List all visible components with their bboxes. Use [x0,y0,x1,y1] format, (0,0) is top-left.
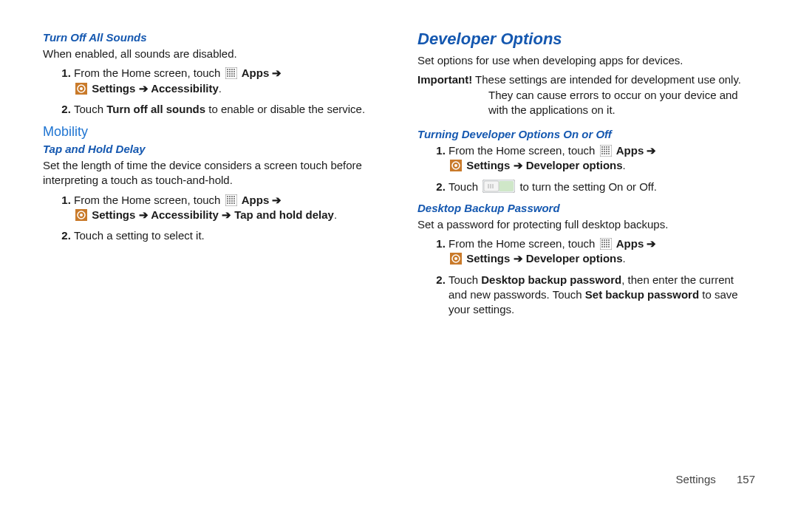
steps-onoff: From the Home screen, touch Apps ➔ Setti… [417,143,755,194]
svg-rect-75 [601,244,603,245]
heading-developer-options: Developer Options [417,30,755,49]
steps-turn-off: From the Home screen, touch Apps ➔ Setti… [43,66,381,117]
manual-page: Turn Off All Sounds When enabled, all so… [0,0,798,473]
settings-label: Settings [92,208,135,221]
svg-rect-16 [233,75,235,77]
svg-rect-82 [608,246,610,248]
svg-rect-31 [231,200,233,202]
step-text: From the Home screen, touch [74,66,224,79]
svg-rect-43 [606,146,607,148]
svg-rect-78 [608,244,610,245]
svg-rect-36 [233,202,235,204]
apps-label: Apps [242,66,270,79]
svg-rect-42 [604,146,605,148]
svg-rect-1 [227,69,228,70]
svg-rect-50 [604,151,605,152]
svg-rect-81 [606,246,607,248]
arrow-text: ➔ [135,82,151,95]
step-item: Touch a setting to select it. [74,228,381,243]
svg-rect-41 [601,146,603,148]
footer-section-label: Settings [676,473,716,485]
step-item: Touch to turn the setting On or Off. [449,180,755,194]
arrow-text: ➔ [644,144,656,157]
svg-rect-69 [606,239,607,241]
step-item: From the Home screen, touch Apps ➔ Setti… [74,193,381,223]
step-item: Touch Turn off all sounds to enable or d… [74,102,381,117]
heading-desktop-backup: Desktop Backup Password [417,202,755,214]
svg-rect-35 [231,202,233,204]
taphold-label: Tap and hold delay [234,208,334,221]
settings-label: Settings [466,159,510,171]
step-text: From the Home screen, touch [74,194,224,206]
svg-point-39 [80,214,83,216]
svg-rect-22 [229,196,231,197]
svg-rect-3 [231,69,233,70]
period: . [623,159,626,171]
bold-option: Turn off all sounds [106,103,205,115]
step-text: From the Home screen, touch [449,237,598,250]
svg-rect-10 [229,73,231,75]
svg-rect-45 [601,149,603,150]
apps-grid-icon [225,67,237,79]
svg-rect-53 [601,153,603,154]
svg-rect-72 [604,242,605,243]
svg-rect-11 [231,73,233,75]
page-footer: Settings 157 [0,473,798,500]
step-text: Touch [74,103,106,115]
svg-rect-12 [233,73,235,75]
svg-rect-54 [604,153,605,154]
svg-rect-21 [227,196,228,197]
svg-rect-47 [606,149,607,150]
step-text: Touch [449,180,481,193]
svg-rect-26 [229,198,231,200]
important-text: These settings are intended for developm… [472,73,741,116]
settings-label: Settings [92,82,135,95]
svg-rect-33 [227,202,228,204]
step-item: From the Home screen, touch Apps ➔ Setti… [449,236,755,267]
heading-tap-hold-delay: Tap and Hold Delay [43,143,381,155]
apps-label: Apps [616,237,644,250]
svg-rect-24 [233,196,235,197]
svg-rect-25 [227,198,228,200]
svg-rect-55 [606,153,607,154]
svg-rect-5 [227,71,228,72]
settings-gear-icon [75,83,87,95]
svg-rect-62 [484,181,499,191]
apps-grid-icon [600,145,612,157]
svg-rect-77 [606,244,607,245]
svg-rect-67 [601,239,603,241]
svg-rect-61 [499,181,514,191]
svg-rect-44 [608,146,610,148]
svg-rect-6 [229,71,231,72]
svg-rect-15 [231,75,233,77]
right-column: Developer Options Set options for use wh… [417,30,755,458]
svg-rect-68 [604,239,605,241]
svg-rect-73 [606,242,607,243]
svg-rect-79 [601,246,603,248]
period: . [219,82,222,95]
steps-backup: From the Home screen, touch Apps ➔ Setti… [417,236,755,317]
svg-rect-2 [229,69,231,70]
accessibility-label: Accessibility [151,208,219,221]
settings-gear-icon [450,160,462,171]
svg-rect-76 [604,244,605,245]
svg-rect-9 [227,73,228,75]
arrow-text: ➔ [644,237,656,250]
heading-mobility: Mobility [43,124,381,140]
apps-label: Apps [242,194,270,206]
page-number: 157 [719,473,755,485]
left-column: Turn Off All Sounds When enabled, all so… [43,30,381,458]
apps-grid-icon [600,238,612,250]
svg-rect-80 [604,246,605,248]
arrow-text: ➔ [510,159,525,171]
intro-turn-off: When enabled, all sounds are disabled. [43,47,381,61]
arrow-text: ➔ [269,66,282,79]
intro-tap-hold: Set the length of time the device consid… [43,158,381,188]
important-note: Important! These settings are intended f… [417,72,755,117]
svg-rect-28 [233,198,235,200]
arrow-text: ➔ [510,252,525,265]
step-text: to turn the setting On or Off. [519,180,657,193]
step-item: From the Home screen, touch Apps ➔ Setti… [449,143,755,174]
step-text: Touch [449,273,481,286]
apps-label: Apps [616,144,644,157]
